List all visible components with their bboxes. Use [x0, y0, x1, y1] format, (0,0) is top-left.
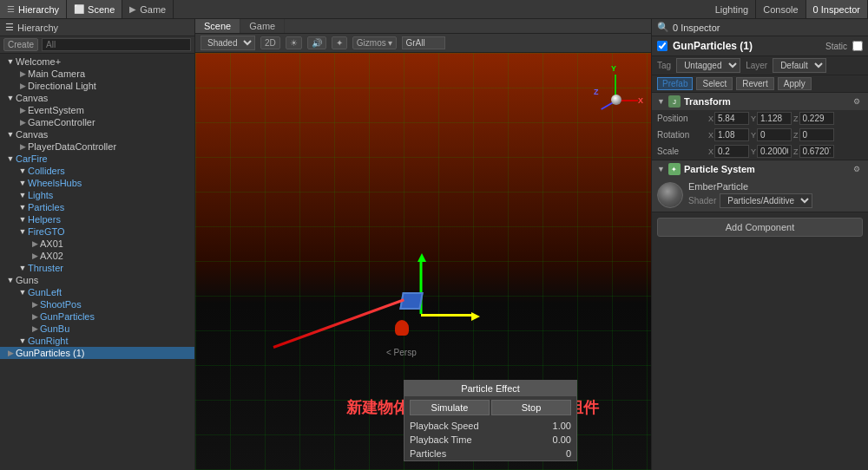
- tree-item[interactable]: ▼GunLeft: [0, 286, 194, 298]
- static-checkbox[interactable]: [852, 41, 863, 51]
- shading-select[interactable]: Shaded: [201, 36, 255, 50]
- transform-settings[interactable]: ⚙: [851, 96, 863, 107]
- tab-game[interactable]: ▶ Game: [122, 0, 174, 18]
- tab-lighting[interactable]: Lighting: [708, 0, 757, 18]
- tree-item[interactable]: ▶ShootPos: [0, 298, 194, 310]
- tab-console-label: Console: [763, 4, 798, 15]
- simulate-button[interactable]: Simulate: [410, 400, 490, 415]
- position-xyz: X Y Z: [708, 112, 863, 125]
- game-tab[interactable]: Game: [240, 19, 285, 33]
- scale-y-label: Y: [751, 147, 756, 156]
- apply-button[interactable]: Apply: [778, 77, 812, 90]
- position-x[interactable]: [714, 112, 749, 125]
- tree-item[interactable]: ▼Canvas: [0, 92, 194, 104]
- tag-select[interactable]: Untagged: [676, 58, 740, 73]
- rot-z-label: Z: [793, 131, 799, 140]
- tree-item-label: Canvas: [16, 93, 194, 103]
- tree-item[interactable]: ▼Canvas: [0, 128, 194, 140]
- gizmos-button[interactable]: Gizmos ▾: [352, 36, 398, 49]
- rot-x-label: X: [708, 131, 713, 140]
- transform-header[interactable]: ▼ J Transform ⚙: [652, 93, 868, 110]
- tree-expand-icon: ▼: [17, 264, 28, 272]
- rotation-z[interactable]: [799, 128, 834, 141]
- particle-system-header[interactable]: ▼ ✦ Particle System ⚙: [652, 160, 868, 178]
- gizmo-x-label: X: [638, 96, 643, 105]
- tree-item[interactable]: ▼GunRight: [0, 335, 194, 347]
- tree-item[interactable]: ▼Thruster: [0, 262, 194, 274]
- tree-item[interactable]: ▼Particles: [0, 201, 194, 213]
- rotation-x[interactable]: [714, 128, 749, 141]
- transform-icon: J: [668, 95, 681, 108]
- revert-button[interactable]: Revert: [736, 77, 773, 90]
- ps-shader-select[interactable]: Particles/Additive: [720, 193, 812, 208]
- tree-item[interactable]: ▶EventSystem: [0, 104, 194, 116]
- tree-item-label: Guns: [16, 275, 194, 285]
- tree-item[interactable]: ▶Main Camera: [0, 68, 194, 80]
- tree-item[interactable]: ▼CarFire: [0, 153, 194, 165]
- tree-item[interactable]: ▶GunParticles: [0, 310, 194, 323]
- y-axis-arrowhead: [418, 253, 426, 262]
- position-z[interactable]: [799, 112, 834, 125]
- particle-panel-title: Particle Effect: [404, 381, 576, 396]
- gizmos-filter[interactable]: [402, 36, 445, 49]
- ps-settings[interactable]: ⚙: [851, 164, 863, 174]
- tree-item[interactable]: ▼Lights: [0, 189, 194, 201]
- scale-z[interactable]: [799, 145, 834, 158]
- x-axis-arrow: [421, 314, 473, 317]
- object-active-checkbox[interactable]: [657, 41, 667, 51]
- scale-x[interactable]: [714, 145, 749, 158]
- tree-item[interactable]: ▼Helpers: [0, 213, 194, 225]
- stop-button[interactable]: Stop: [491, 400, 571, 415]
- tree-item[interactable]: ▶Directional Light: [0, 80, 194, 92]
- light-button[interactable]: ☀: [286, 36, 302, 49]
- scene-view[interactable]: < Persp 新建物体，添加ParticleSystem组件 Y X Z: [195, 53, 651, 470]
- add-component-button[interactable]: Add Component: [657, 218, 863, 237]
- tree-item[interactable]: ▶AX01: [0, 238, 194, 250]
- tree-item[interactable]: ▶GunParticles (1): [0, 347, 194, 359]
- tree-item[interactable]: ▶PlayerDataController: [0, 140, 194, 153]
- hierarchy-search[interactable]: [42, 38, 191, 51]
- select-button[interactable]: Select: [696, 77, 733, 90]
- audio-button[interactable]: 🔊: [307, 36, 326, 49]
- scale-y[interactable]: [757, 145, 792, 158]
- tree-expand-icon: ▼: [5, 154, 16, 163]
- tree-item[interactable]: ▼FireGTO: [0, 225, 194, 238]
- tree-item[interactable]: ▶GameController: [0, 116, 194, 128]
- tree-item-label: Directional Light: [28, 81, 194, 91]
- layer-select[interactable]: Default: [773, 58, 826, 73]
- rotation-z-item: Z: [793, 128, 834, 141]
- tree-item[interactable]: ▼Colliders: [0, 165, 194, 177]
- position-y[interactable]: [757, 112, 792, 125]
- tab-console[interactable]: Console: [756, 0, 806, 18]
- tab-scene-label: Scene: [88, 4, 115, 15]
- tab-scene[interactable]: ⬜ Scene: [67, 0, 122, 18]
- hierarchy-title: ☰ Hierarchy: [5, 22, 58, 33]
- scale-xyz: X Y Z: [708, 145, 863, 158]
- fx-button[interactable]: ✦: [332, 36, 347, 49]
- tab-inspector[interactable]: 0 Inspector: [806, 0, 868, 18]
- rotation-y[interactable]: [757, 128, 792, 141]
- playback-time-label: Playback Time: [410, 434, 472, 445]
- tree-item[interactable]: ▶AX02: [0, 250, 194, 262]
- transform-expand-icon: ▼: [657, 97, 665, 106]
- transform-buttons: ⚙: [851, 96, 863, 107]
- tree-item[interactable]: ▼Welcome+: [0, 55, 194, 68]
- hierarchy-tree: ▼Welcome+▶Main Camera▶Directional Light▼…: [0, 54, 194, 470]
- tab-hierarchy[interactable]: ☰ Hierarchy: [0, 0, 67, 18]
- rot-y-label: Y: [751, 131, 756, 140]
- playback-time-value: 0.00: [553, 434, 571, 445]
- tree-item-label: ShootPos: [40, 299, 194, 310]
- ps-icon: ✦: [668, 163, 681, 175]
- create-button[interactable]: Create: [3, 38, 38, 51]
- ps-buttons: ⚙: [851, 164, 863, 174]
- 2d-button[interactable]: 2D: [260, 36, 280, 49]
- tree-item-label: Thruster: [28, 263, 194, 273]
- tree-item[interactable]: ▼Guns: [0, 274, 194, 286]
- center-panel: Scene Game Shaded 2D ☀ 🔊 ✦ Gizmos ▾: [195, 19, 651, 470]
- ps-label: Particle System: [684, 164, 847, 174]
- tree-collapse-icon: ▶: [17, 106, 28, 114]
- scene-tab-label: Scene: [204, 21, 231, 31]
- tree-item[interactable]: ▼WheelsHubs: [0, 177, 194, 189]
- scene-tab[interactable]: Scene: [195, 19, 240, 33]
- tree-item[interactable]: ▶GunBu: [0, 323, 194, 335]
